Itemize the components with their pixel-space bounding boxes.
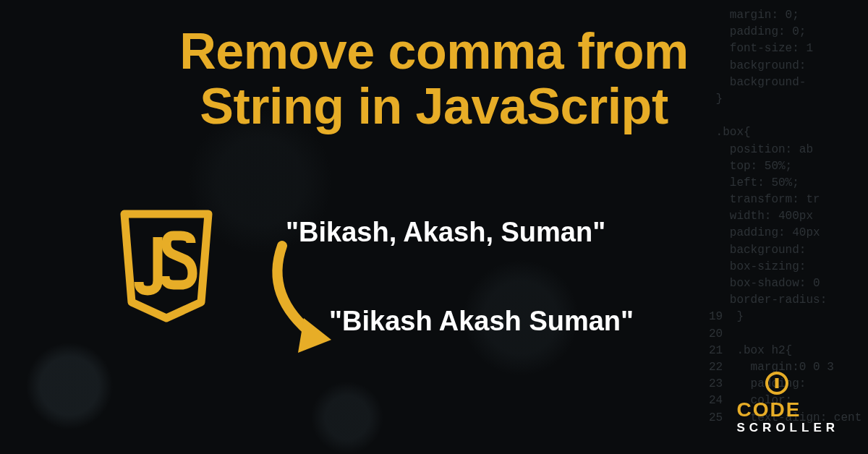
svg-rect-1: [775, 378, 778, 388]
title-line-1: Remove comma from: [179, 23, 688, 80]
javascript-shield-icon: [116, 210, 217, 328]
brand-coin-icon: [765, 371, 840, 398]
page-title: Remove comma from String in JavaScript: [0, 25, 868, 134]
example-block: "Bikash, Akash, Suman" "Bikash Akash Sum…: [286, 217, 634, 337]
brand-word-code: CODE: [737, 400, 840, 420]
brand-logo: CODE SCROLLER: [737, 371, 840, 434]
brand-word-scroller: SCROLLER: [737, 421, 840, 434]
example-input-string: "Bikash, Akash, Suman": [286, 217, 634, 248]
example-output-string: "Bikash Akash Suman": [329, 306, 634, 337]
title-line-2: String in JavaScript: [200, 78, 668, 134]
